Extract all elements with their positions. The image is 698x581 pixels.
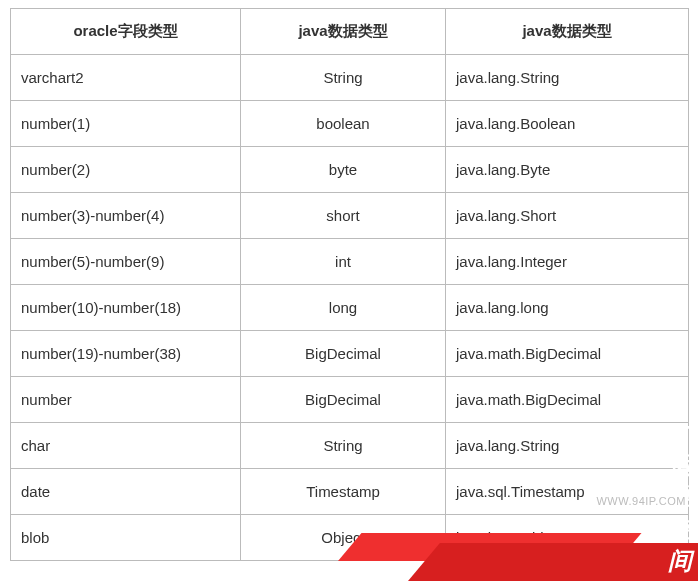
cell-oracle: char [11,423,241,469]
cell-oracle: number(19)-number(38) [11,331,241,377]
cell-java-wrapper: java.math.BigDecimal [446,377,689,423]
cell-java-primitive: short [241,193,446,239]
cell-java-primitive: Object [241,515,446,561]
table-row: number BigDecimal java.math.BigDecimal [11,377,689,423]
table-row: varchart2 String java.lang.String [11,55,689,101]
table-row: char String java.lang.String [11,423,689,469]
cell-java-primitive: boolean [241,101,446,147]
cell-java-wrapper: java.lang.long [446,285,689,331]
cell-oracle: number(10)-number(18) [11,285,241,331]
table-header-row: oracle字段类型 java数据类型 java数据类型 [11,9,689,55]
cell-oracle: date [11,469,241,515]
cell-java-primitive: BigDecimal [241,377,446,423]
cell-java-wrapper: java.lang.Integer [446,239,689,285]
cell-java-primitive: byte [241,147,446,193]
table-row: date Timestamp java.sql.Timestamp [11,469,689,515]
col-header-oracle: oracle字段类型 [11,9,241,55]
table-row: number(3)-number(4) short java.lang.Shor… [11,193,689,239]
cell-oracle: number(2) [11,147,241,193]
cell-oracle: blob [11,515,241,561]
col-header-java-primitive: java数据类型 [241,9,446,55]
table-row: number(19)-number(38) BigDecimal java.ma… [11,331,689,377]
cell-java-primitive: long [241,285,446,331]
cell-java-wrapper: java.lang.Boolean [446,101,689,147]
table-row: blob Object java.lang.Object [11,515,689,561]
cell-oracle: number(3)-number(4) [11,193,241,239]
cell-oracle: number(1) [11,101,241,147]
table-row: number(10)-number(18) long java.lang.lon… [11,285,689,331]
cell-java-wrapper: java.math.BigDecimal [446,331,689,377]
cell-java-wrapper: java.lang.String [446,55,689,101]
cell-oracle: number(5)-number(9) [11,239,241,285]
col-header-java-wrapper: java数据类型 [446,9,689,55]
table-row: number(5)-number(9) int java.lang.Intege… [11,239,689,285]
type-mapping-table: oracle字段类型 java数据类型 java数据类型 varchart2 S… [10,8,689,561]
table-row: number(1) boolean java.lang.Boolean [11,101,689,147]
table-row: number(2) byte java.lang.Byte [11,147,689,193]
cell-java-wrapper: java.sql.Timestamp [446,469,689,515]
cell-java-primitive: int [241,239,446,285]
cell-oracle: varchart2 [11,55,241,101]
cell-java-primitive: String [241,55,446,101]
cell-java-wrapper: java.lang.Object [446,515,689,561]
cell-java-wrapper: java.lang.String [446,423,689,469]
cell-oracle: number [11,377,241,423]
cell-java-wrapper: java.lang.Byte [446,147,689,193]
cell-java-primitive: BigDecimal [241,331,446,377]
cell-java-primitive: String [241,423,446,469]
cell-java-primitive: Timestamp [241,469,446,515]
cell-java-wrapper: java.lang.Short [446,193,689,239]
